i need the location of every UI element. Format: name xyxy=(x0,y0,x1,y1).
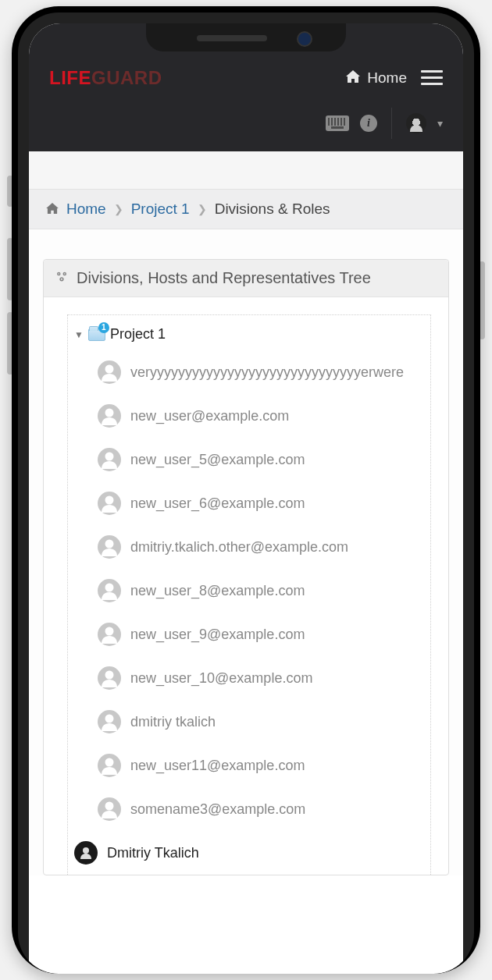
user-avatar-icon xyxy=(98,754,121,777)
tree-item-label: veryyyyyyyyyyyyyyyyyyyyyyyyyyyyyyerwere xyxy=(130,364,404,381)
nav-home-label: Home xyxy=(367,69,407,87)
nav-home-link[interactable]: Home xyxy=(346,69,407,87)
svg-point-5 xyxy=(61,279,62,280)
gears-icon xyxy=(55,269,69,287)
breadcrumb-project[interactable]: Project 1 xyxy=(131,201,190,218)
folder-icon: 1 xyxy=(88,328,105,341)
tree-item-label: Dmitriy Tkalich xyxy=(107,845,199,861)
home-icon xyxy=(46,201,59,218)
tree-item[interactable]: new_user11@example.com xyxy=(98,744,424,787)
tree-item-label: new_user_9@example.com xyxy=(130,627,305,643)
chevron-right-icon: ❯ xyxy=(198,203,207,215)
brand-part2: GUARD xyxy=(91,67,162,88)
tree-item-label: new_user11@example.com xyxy=(130,758,305,774)
tree-item-label: new_user_6@example.com xyxy=(130,495,305,512)
tree-item[interactable]: new_user_8@example.com xyxy=(98,569,424,612)
user-avatar-icon xyxy=(98,360,121,384)
brand-logo[interactable]: LIFEGUARD xyxy=(49,67,162,89)
tree-item[interactable]: new_user_10@example.com xyxy=(98,656,424,700)
tree-panel: Divisions, Hosts and Representatives Tre… xyxy=(43,259,449,875)
tree-item-label: dmitriy.tkalich.other@example.com xyxy=(130,539,348,556)
user-avatar-icon xyxy=(98,797,121,821)
home-icon xyxy=(346,69,360,87)
breadcrumb-home[interactable]: Home xyxy=(66,201,106,218)
menu-button[interactable] xyxy=(421,70,443,86)
tree-item[interactable]: veryyyyyyyyyyyyyyyyyyyyyyyyyyyyyyerwere xyxy=(98,350,424,394)
user-avatar[interactable] xyxy=(406,113,426,133)
user-avatar-icon xyxy=(98,579,121,602)
tree-item-label: new_user_8@example.com xyxy=(130,583,305,599)
header-divider xyxy=(391,108,392,139)
breadcrumb: Home ❯ Project 1 ❯ Divisions & Roles xyxy=(29,189,463,229)
tree-item-label: dmitriy tkalich xyxy=(130,714,216,730)
panel-header: Divisions, Hosts and Representatives Tre… xyxy=(44,260,448,297)
brand-part1: LIFE xyxy=(49,67,91,88)
folder-badge: 1 xyxy=(98,322,109,333)
keyboard-icon[interactable] xyxy=(326,115,349,131)
tree-item[interactable]: new_user_9@example.com xyxy=(98,612,424,656)
tree-item[interactable]: Dmitriy Tkalich xyxy=(74,831,424,875)
tree-item[interactable]: new_user_6@example.com xyxy=(98,481,424,525)
phone-notch xyxy=(146,23,346,51)
svg-point-3 xyxy=(64,273,66,275)
svg-point-1 xyxy=(58,273,59,275)
tree-root[interactable]: ▼ 1 Project 1 xyxy=(74,323,424,350)
tree-item[interactable]: new_user_5@example.com xyxy=(98,438,424,481)
user-avatar-icon xyxy=(98,535,121,559)
panel-title: Divisions, Hosts and Representatives Tre… xyxy=(77,269,371,287)
tree-item[interactable]: somename3@example.com xyxy=(98,787,424,831)
tree-item-label: new_user_10@example.com xyxy=(130,670,312,687)
user-avatar-icon xyxy=(74,841,98,865)
tree-item-label: new_user@example.com xyxy=(130,408,289,424)
chevron-down-icon[interactable]: ▾ xyxy=(437,117,443,130)
user-avatar-icon xyxy=(98,492,121,515)
tree-item[interactable]: dmitriy tkalich xyxy=(98,700,424,744)
phone-frame: LIFEGUARD Home xyxy=(12,6,480,974)
tree-item[interactable]: new_user@example.com xyxy=(98,394,424,438)
user-avatar-icon xyxy=(98,404,121,428)
user-avatar-icon xyxy=(98,666,121,690)
user-avatar-icon xyxy=(98,623,121,646)
caret-down-icon[interactable]: ▼ xyxy=(74,329,84,340)
tree-item-label: new_user_5@example.com xyxy=(130,452,305,468)
user-avatar-icon xyxy=(98,448,121,471)
tree-item[interactable]: dmitriy.tkalich.other@example.com xyxy=(98,525,424,569)
user-avatar-icon xyxy=(98,710,121,733)
info-icon[interactable]: i xyxy=(360,115,377,132)
sub-header-strip xyxy=(29,151,463,189)
tree-item-label: somename3@example.com xyxy=(130,801,305,818)
chevron-right-icon: ❯ xyxy=(114,203,123,215)
breadcrumb-leaf: Divisions & Roles xyxy=(215,201,330,218)
tree-root-label: Project 1 xyxy=(110,326,166,343)
